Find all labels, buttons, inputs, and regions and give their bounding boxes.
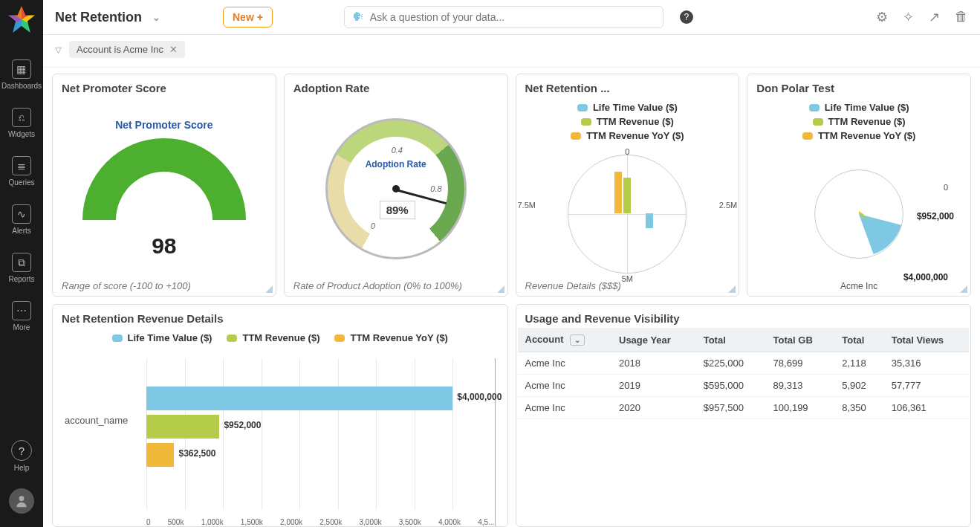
resize-handle-icon[interactable]: [265, 285, 273, 293]
close-icon[interactable]: ✕: [169, 44, 178, 55]
gauge-hub: [392, 185, 400, 193]
nav-queries[interactable]: ≣Queries: [8, 156, 34, 187]
usage-table: Account⌄ Usage Year Total Total GB Total…: [518, 328, 970, 419]
col-total[interactable]: Total: [696, 328, 766, 352]
ask-help-icon[interactable]: ?: [680, 10, 693, 24]
card-title: Net Promoter Score: [53, 74, 276, 97]
table-row[interactable]: Acme Inc2018$225,00078,6992,11835,316: [518, 352, 970, 375]
axis-tick: 7.5M: [518, 201, 536, 210]
table-row[interactable]: Acme Inc2020$957,500100,1998,350106,361: [518, 397, 970, 419]
bar-ltv: $4,000,000: [146, 387, 452, 410]
axis-tick: 5M: [622, 274, 633, 283]
headset-icon: 🗣: [352, 10, 364, 24]
nps-value: 98: [152, 233, 176, 259]
chevron-down-icon: ⌄: [152, 12, 160, 23]
data-label: $952,000: [917, 211, 954, 222]
gauge-tick: 0.4: [392, 146, 403, 155]
nav-widgets[interactable]: ⎌Widgets: [8, 108, 35, 138]
nav-reports[interactable]: ⧉Reports: [8, 253, 34, 283]
dashboard-title-text: Net Retention: [55, 10, 142, 25]
gauge-tick: 0.8: [430, 184, 441, 193]
legend-swatch: [571, 132, 581, 140]
col-account[interactable]: Account⌄: [518, 328, 612, 352]
legend-swatch: [802, 132, 813, 140]
nps-gauge: [82, 138, 246, 220]
card-don-polar: Don Polar Test Life Time Value ($) TTM R…: [747, 74, 971, 297]
card-title: Net Retention ...: [516, 74, 739, 97]
col-total-gb[interactable]: Total GB: [766, 328, 835, 352]
col-total2[interactable]: Total: [834, 328, 883, 352]
polar-slice: [815, 170, 903, 258]
legend-label: TTM Revenue ($): [828, 116, 906, 127]
legend-swatch: [227, 334, 237, 342]
nav-label: Reports: [8, 275, 34, 283]
polar-bar: [614, 172, 622, 213]
card-footer: Rate of Product Adoption (0% to 100%): [285, 280, 507, 296]
table-row[interactable]: Acme Inc2019$595,00089,3135,90257,777: [518, 375, 970, 397]
more-icon: ⋯: [12, 301, 31, 320]
filter-chip[interactable]: Account is Acme Inc ✕: [69, 41, 185, 58]
resize-handle-icon[interactable]: [497, 285, 504, 293]
card-adoption: Adoption Rate 0.4 Adoption Rate 0.8 0 89…: [284, 74, 508, 297]
main-area: Net Retention ⌄ New + 🗣 ? ⚙ ✧ ↗ 🗑 ▿ Acco…: [43, 0, 980, 527]
nav-label: More: [13, 323, 30, 332]
wand-icon[interactable]: ✧: [903, 9, 914, 25]
legend-swatch: [809, 104, 820, 111]
ask-input[interactable]: [370, 11, 655, 23]
gauge-label: Adoption Rate: [328, 159, 464, 169]
funnel-icon[interactable]: ▿: [55, 42, 62, 58]
gauge-value: 89%: [380, 201, 415, 219]
nav-label: Widgets: [8, 130, 35, 138]
legend-label: Life Time Value ($): [128, 332, 212, 343]
share-icon[interactable]: ↗: [929, 9, 940, 25]
axis-tick: 0: [944, 183, 948, 192]
legend-label: TTM Revenue ($): [597, 116, 674, 127]
legend-label: TTM Revenue YoY ($): [350, 332, 447, 343]
nav-label: Queries: [8, 178, 34, 187]
report-icon: ⧉: [12, 253, 31, 272]
card-retention-polar: Net Retention ... Life Time Value ($) TT…: [516, 74, 740, 297]
bar-chart: account_name $4,000,000 $952,000 $362,50…: [146, 358, 496, 526]
bar-ttm-yoy: $362,500: [146, 443, 174, 467]
new-button[interactable]: New +: [223, 7, 273, 28]
y-axis-label: account_name: [65, 415, 128, 426]
col-usage-year[interactable]: Usage Year: [611, 328, 696, 352]
col-total-views[interactable]: Total Views: [884, 328, 969, 352]
axis-tick: 0: [625, 147, 629, 156]
dashboard-title-dropdown[interactable]: Net Retention ⌄: [55, 10, 211, 25]
chevron-down-icon[interactable]: ⌄: [570, 334, 585, 346]
nav-label: Dashboards: [1, 82, 42, 90]
trash-icon[interactable]: 🗑: [955, 9, 968, 25]
nav-label: Alerts: [12, 227, 31, 235]
app-logo[interactable]: [8, 6, 35, 33]
ask-data-box[interactable]: 🗣: [344, 6, 663, 28]
card-nps: Net Promoter Score Net Promoter Score 98…: [52, 74, 276, 297]
nav-dashboards[interactable]: ▦Dashboards: [1, 59, 42, 90]
resize-handle-icon[interactable]: [960, 285, 967, 293]
card-title: Usage and Revenue Visibility: [516, 305, 971, 328]
axis-label: Acme Inc: [747, 281, 970, 296]
db-icon: ≣: [12, 156, 31, 175]
legend-swatch: [577, 104, 588, 111]
card-revenue-bars: Net Retention Revenue Details Life Time …: [52, 304, 508, 527]
x-axis-ticks: 0500k1,000k1,500k2,000k2,500k3,000k3,500…: [146, 518, 495, 526]
chart-icon: ⎌: [12, 108, 31, 127]
nav-more[interactable]: ⋯More: [12, 301, 31, 332]
polar-bar: [623, 178, 631, 213]
settings-icon[interactable]: ⚙: [876, 9, 888, 25]
legend-label: Life Time Value ($): [825, 102, 909, 113]
gauge-tick: 0: [371, 222, 375, 230]
help-label: Help: [9, 464, 34, 472]
legend-label: Life Time Value ($): [593, 102, 678, 113]
bar-ttm: $952,000: [146, 415, 219, 439]
card-usage-table: Usage and Revenue Visibility Account⌄ Us…: [516, 304, 972, 527]
help-icon[interactable]: ?: [11, 440, 32, 461]
card-title: Adoption Rate: [285, 74, 507, 97]
resize-handle-icon[interactable]: [728, 285, 736, 293]
nav-alerts[interactable]: ∿Alerts: [12, 204, 31, 235]
legend-label: TTM Revenue YoY ($): [818, 130, 915, 141]
legend-swatch: [581, 118, 591, 126]
left-sidebar: ▦Dashboards ⎌Widgets ≣Queries ∿Alerts ⧉R…: [0, 0, 43, 527]
card-footer: Range of score (-100 to +100): [53, 280, 276, 296]
user-avatar[interactable]: [9, 488, 34, 514]
